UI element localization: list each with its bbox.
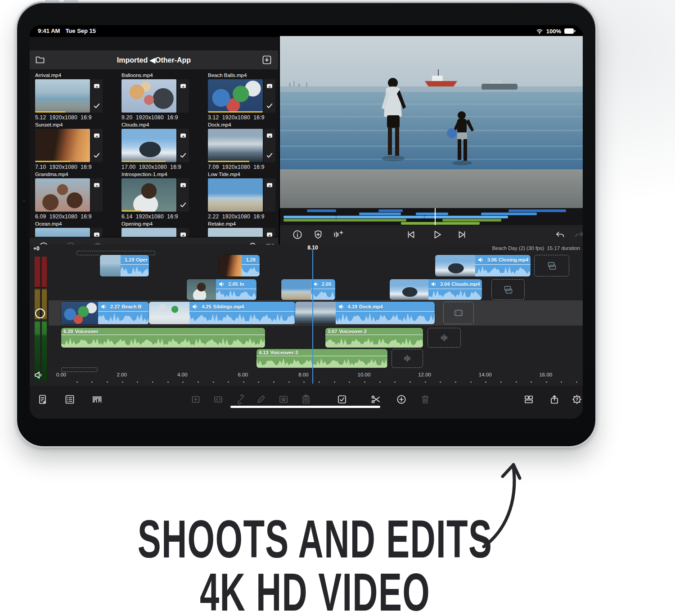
timeline-clip-video[interactable]: 3.04Clouds.mp4	[390, 279, 482, 300]
clip-metadata: 6.14 1920x1080 16:9	[122, 213, 203, 220]
media-grid: Arrival.mp4 5.12 1920x1080 16:9 Balloons…	[30, 69, 278, 237]
library-clip[interactable]: Arrival.mp4 5.12 1920x1080 16:9	[35, 72, 117, 121]
timeline-clip-video[interactable]: 4.25Siblings.mp4	[149, 302, 295, 324]
tracks-button[interactable]	[90, 393, 104, 406]
clip-thumbnail[interactable]	[122, 178, 176, 212]
timeline-placeholder[interactable]	[534, 255, 569, 276]
new-project-button[interactable]	[36, 393, 50, 406]
library-clip[interactable]: Introspection-1.mp4 6.14 1920x1080 16:9	[122, 172, 203, 220]
timeline-clip-video[interactable]: 1.28	[219, 255, 260, 276]
clip-thumbnail[interactable]	[35, 79, 90, 113]
usage-bar	[35, 161, 71, 162]
clip-duration: 4.19	[348, 304, 357, 309]
clip-thumbnail[interactable]	[122, 79, 176, 113]
timeline-placeholder[interactable]	[61, 367, 98, 372]
timeline-placeholder[interactable]	[428, 328, 461, 348]
undo-button[interactable]	[554, 228, 567, 241]
new-project-icon	[37, 394, 48, 405]
skip-back-button[interactable]	[404, 228, 418, 241]
clip-rail	[91, 178, 103, 212]
clip-name: Voiceover-2	[339, 329, 367, 334]
timeline-overview-scrubber[interactable]	[280, 208, 583, 225]
scissors-button[interactable]	[369, 393, 382, 406]
info-icon	[292, 229, 303, 240]
clip-metadata: 7.09 1920x1080 16:9	[208, 164, 278, 170]
clip-thumbnail[interactable]	[208, 178, 263, 212]
timeline-clip-video[interactable]: 4.19Dock.mp4	[295, 302, 435, 324]
shield-plus-button[interactable]	[311, 228, 325, 241]
clip-name: Arrival.mp4	[35, 72, 117, 78]
effects-star-button[interactable]	[277, 393, 290, 406]
library-clip[interactable]: Grandma.mp4 6.09 1920x1080 16:9	[35, 172, 117, 220]
clip-thumbnail[interactable]	[122, 129, 176, 162]
share-button[interactable]	[548, 393, 561, 406]
timeline-placeholder[interactable]	[443, 302, 473, 324]
clip-rail	[177, 178, 189, 212]
clip-name: Dock.mp4	[208, 122, 278, 127]
library-clip[interactable]: Clouds.mp4 17.00 1920x1080 16:9	[122, 122, 203, 170]
timeline-placeholder[interactable]	[491, 279, 525, 300]
home-indicator[interactable]	[230, 406, 380, 408]
master-volume-icon[interactable]	[33, 370, 44, 382]
clip-rail	[177, 79, 189, 113]
clip-thumbnail[interactable]	[35, 178, 90, 212]
timeline-clip-video[interactable]: 3.06Closing.mp4	[435, 255, 531, 276]
status-time: 9:41 AM	[38, 27, 60, 34]
app-screen: 9:41 AM Tue Sep 15 100% Imported ◀Other-…	[30, 25, 583, 419]
redo-button[interactable]	[572, 228, 583, 241]
add-square-button[interactable]	[189, 393, 202, 406]
clip-name: Clouds.mp4	[122, 122, 203, 127]
status-date: Tue Sep 15	[65, 27, 96, 34]
play-button[interactable]	[430, 228, 444, 241]
timeline-clip-video[interactable]: 2.05In	[187, 279, 256, 300]
frame-ph-icon	[453, 308, 464, 318]
info-button[interactable]	[291, 228, 304, 241]
layout-button[interactable]	[522, 393, 536, 406]
help-gear-button[interactable]: ?	[570, 393, 583, 406]
timeline-clip-video[interactable]: 2.00	[281, 279, 335, 300]
volume-knob[interactable]	[35, 308, 45, 318]
project-list-button[interactable]	[63, 393, 76, 406]
clip-thumbnail[interactable]	[35, 228, 90, 237]
usage-bar	[35, 111, 65, 113]
pencil-button[interactable]	[254, 393, 268, 406]
layout-icon	[523, 394, 534, 405]
overview-segment	[307, 209, 337, 212]
link-icon	[235, 394, 246, 405]
timeline-clip-video[interactable]: 1.19Oper	[100, 255, 149, 276]
timeline-placeholder[interactable]	[392, 349, 423, 368]
library-clip[interactable]: Dock.mp4 7.09 1920x1080 16:9	[208, 122, 278, 170]
playhead[interactable]	[312, 250, 313, 384]
library-clip[interactable]: Low Tide.mp4 2.22 1920x1080 16:9	[208, 172, 278, 220]
clip-thumbnail[interactable]	[208, 129, 263, 162]
video-preview[interactable]	[280, 36, 583, 208]
timeline-clip-video[interactable]: 2.27Beach B	[61, 302, 149, 324]
timeline-clip-audio[interactable]: 6.20Voiceover	[61, 328, 265, 348]
timeline-clip-audio[interactable]: 4.13Voiceover-3	[256, 349, 387, 368]
skip-forward-button[interactable]	[455, 228, 469, 241]
clip-thumbnail	[219, 255, 241, 276]
transition-button[interactable]	[212, 393, 225, 406]
clip-thumbnail[interactable]	[208, 228, 263, 237]
library-clip[interactable]: Sunset.mp4 7.10 1920x1080 16:9	[35, 122, 117, 170]
library-clip[interactable]: Retake.mp4	[208, 221, 278, 237]
library-clip[interactable]: Ocean.mp4	[35, 221, 117, 237]
library-clip[interactable]: Opening.mp4	[122, 221, 203, 237]
timeline-clip-audio[interactable]: 3.07Voiceover-2	[325, 328, 423, 348]
add-circle-button[interactable]	[395, 393, 408, 406]
select-check-button[interactable]	[335, 393, 349, 406]
link-button[interactable]	[234, 393, 248, 406]
library-clip[interactable]: Balloons.mp4 9.20 1920x1080 16:9	[122, 72, 203, 121]
audio-add-button[interactable]	[331, 228, 345, 241]
clip-thumbnail	[61, 302, 98, 324]
clip-thumbnail[interactable]	[35, 129, 90, 162]
overview-playhead[interactable]	[435, 208, 436, 225]
library-clip[interactable]: Beach Balls.mp4 3.12 1920x1080 16:9	[208, 72, 278, 121]
trash-button[interactable]	[418, 393, 432, 406]
clip-thumbnail[interactable]	[208, 79, 263, 113]
clipboard-button[interactable]	[299, 393, 313, 406]
import-button[interactable]	[260, 53, 274, 67]
clip-duration: 3.04	[440, 281, 450, 287]
clip-rail	[91, 228, 103, 237]
clip-thumbnail[interactable]	[122, 228, 176, 237]
